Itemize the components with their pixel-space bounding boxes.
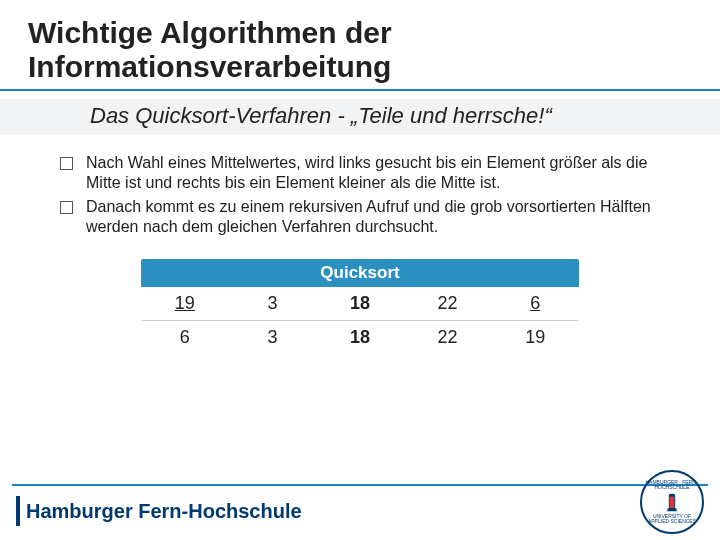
title-divider bbox=[0, 89, 720, 91]
cell: 22 bbox=[404, 321, 492, 355]
seal-icon: HAMBURGER · FERN · HOCHSCHULE UNIVERSITY… bbox=[640, 470, 704, 534]
cell: 6 bbox=[491, 287, 579, 321]
bullet-item: Nach Wahl eines Mittelwertes, wird links… bbox=[60, 153, 652, 193]
lighthouse-icon bbox=[661, 492, 683, 514]
brand-text: Hamburger Fern-Hochschule bbox=[26, 500, 302, 523]
svg-rect-1 bbox=[667, 509, 676, 512]
svg-rect-2 bbox=[669, 494, 675, 497]
cell: 3 bbox=[229, 287, 317, 321]
seal-text-bottom: UNIVERSITY OF APPLIED SCIENCES bbox=[642, 514, 702, 524]
cell: 19 bbox=[141, 287, 229, 321]
cell: 3 bbox=[229, 321, 317, 355]
cell: 6 bbox=[141, 321, 229, 355]
seal-text-top: HAMBURGER · FERN · HOCHSCHULE bbox=[642, 480, 702, 490]
table-row: 6 3 18 22 19 bbox=[141, 321, 579, 355]
slide: Wichtige Algorithmen der Informationsver… bbox=[0, 0, 720, 540]
bullet-item: Danach kommt es zu einem rekursiven Aufr… bbox=[60, 197, 652, 237]
table-row: 19 3 18 22 6 bbox=[141, 287, 579, 321]
table-header: Quicksort bbox=[141, 259, 579, 287]
cell-pivot: 18 bbox=[316, 287, 404, 321]
subtitle: Das Quicksort-Verfahren - „Teile und her… bbox=[0, 99, 720, 135]
bullet-list: Nach Wahl eines Mittelwertes, wird links… bbox=[60, 153, 692, 237]
svg-rect-0 bbox=[669, 496, 675, 509]
page-title: Wichtige Algorithmen der Informationsver… bbox=[28, 16, 692, 83]
table-body: 19 3 18 22 6 6 3 18 22 19 bbox=[141, 287, 579, 354]
cell-pivot: 18 bbox=[316, 321, 404, 355]
cell: 19 bbox=[491, 321, 579, 355]
footer: Hamburger Fern-Hochschule HAMBURGER · FE… bbox=[0, 484, 720, 540]
brand-logo: Hamburger Fern-Hochschule bbox=[16, 496, 302, 526]
cell: 22 bbox=[404, 287, 492, 321]
quicksort-table: Quicksort 19 3 18 22 6 6 3 18 22 19 bbox=[141, 259, 579, 354]
footer-divider bbox=[12, 484, 708, 486]
brand-bar-icon bbox=[16, 496, 20, 526]
